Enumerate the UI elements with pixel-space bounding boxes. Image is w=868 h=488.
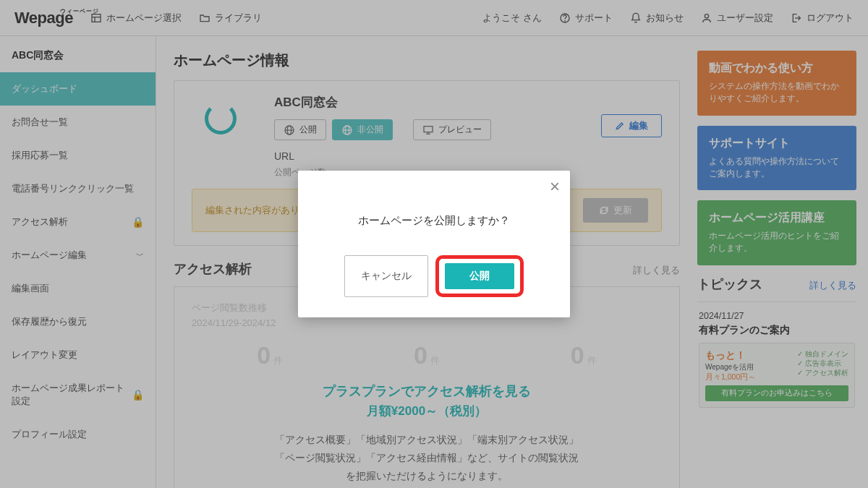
modal-message: ホームページを公開しますか？: [298, 171, 570, 255]
close-icon[interactable]: ×: [550, 178, 560, 195]
confirm-modal: × ホームページを公開しますか？ キャンセル 公開: [298, 171, 570, 317]
confirm-highlight: 公開: [435, 255, 524, 297]
cancel-button[interactable]: キャンセル: [344, 255, 428, 297]
confirm-button[interactable]: 公開: [445, 263, 514, 289]
